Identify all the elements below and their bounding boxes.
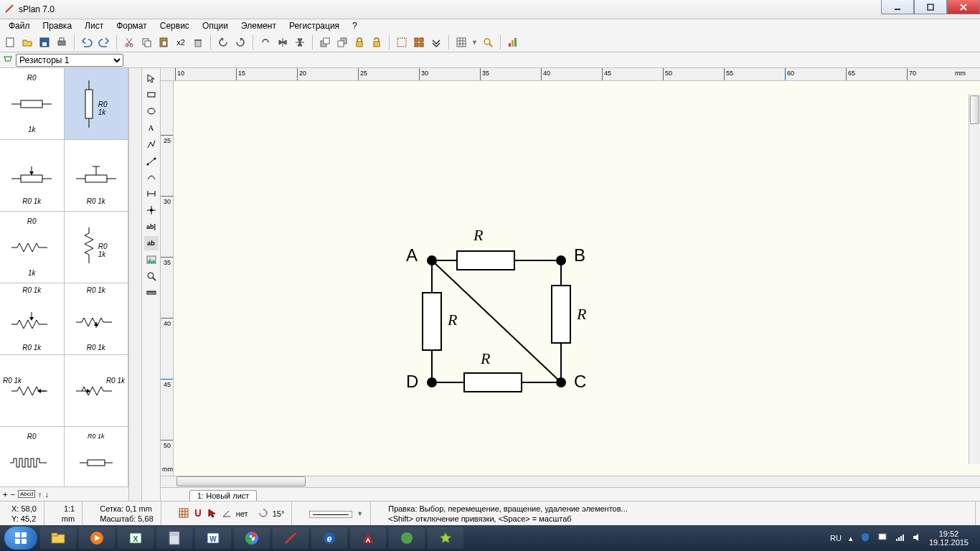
menu-edit[interactable]: Правка xyxy=(37,19,78,32)
label-tool[interactable]: ab| xyxy=(144,220,159,234)
menu-format[interactable]: Формат xyxy=(110,19,153,32)
horizontal-scrollbar[interactable] xyxy=(161,476,980,487)
maximize-button[interactable] xyxy=(914,0,947,14)
svg-rect-42 xyxy=(21,100,42,108)
lib-resistor-horizontal[interactable]: R0 1k xyxy=(0,68,65,140)
circle-tool[interactable] xyxy=(144,104,159,118)
task-splan[interactable] xyxy=(273,527,308,549)
rotate-left-icon[interactable] xyxy=(216,35,230,50)
lib-resistor-array[interactable]: R0 xyxy=(0,427,65,486)
page-tab-1[interactable]: 1: Новый лист xyxy=(189,490,257,501)
task-explorer[interactable] xyxy=(40,527,76,549)
lib-pot-1[interactable]: R0 1k xyxy=(0,140,65,212)
text-tool[interactable]: A xyxy=(144,121,159,135)
lock-icon[interactable] xyxy=(352,35,367,50)
cut-icon[interactable] xyxy=(122,35,136,50)
undo-icon[interactable] xyxy=(80,35,94,50)
paste-icon[interactable] xyxy=(156,35,171,50)
line-tool[interactable] xyxy=(144,154,159,168)
task-calc[interactable] xyxy=(156,527,192,549)
library-dropdown[interactable]: Резисторы 1 xyxy=(16,54,123,67)
chart-icon[interactable] xyxy=(506,35,520,50)
print-icon[interactable] xyxy=(55,35,69,50)
group-icon[interactable] xyxy=(412,35,426,50)
lib-resistor-zigzag-1[interactable]: R0 1k xyxy=(0,212,65,283)
pointer-tool[interactable] xyxy=(144,71,159,85)
lib-resistor-vertical[interactable]: R01k xyxy=(65,68,129,140)
tray-network-icon[interactable] xyxy=(895,532,905,544)
curve-tool[interactable] xyxy=(144,170,159,184)
lib-var-resistor-2[interactable]: R0 1k xyxy=(65,355,129,427)
task-autocad[interactable]: A xyxy=(350,527,386,549)
task-ie[interactable]: e xyxy=(311,527,347,549)
image-tool[interactable] xyxy=(144,253,159,267)
minimize-button[interactable] xyxy=(881,0,914,14)
remove-icon[interactable]: − xyxy=(10,490,14,499)
rotate-90-icon[interactable] xyxy=(258,35,273,50)
menu-element[interactable]: Элемент xyxy=(235,19,282,32)
menu-help[interactable]: ? xyxy=(347,19,363,32)
snap-icon[interactable] xyxy=(193,508,203,520)
task-chrome[interactable] xyxy=(234,527,270,549)
redo-icon[interactable] xyxy=(97,35,111,50)
menu-file[interactable]: Файл xyxy=(3,19,36,32)
grid-icon[interactable] xyxy=(454,35,468,50)
grid-toggle-icon[interactable] xyxy=(179,508,189,520)
menu-options[interactable]: Опции xyxy=(197,19,234,32)
add-icon[interactable]: + xyxy=(3,490,7,499)
zoom-icon[interactable] xyxy=(481,35,495,50)
menu-sheet[interactable]: Лист xyxy=(79,19,109,32)
task-mediaplayer[interactable] xyxy=(79,527,115,549)
tray-shield-icon[interactable] xyxy=(860,532,870,544)
menu-registration[interactable]: Регистрация xyxy=(283,19,345,32)
tray-lang[interactable]: RU xyxy=(830,534,842,542)
lib-resistor-zigzag-2[interactable]: R01k xyxy=(65,212,129,283)
mirror-h-icon[interactable] xyxy=(275,35,290,50)
polyline-tool[interactable] xyxy=(144,137,159,151)
front-icon[interactable] xyxy=(318,35,332,50)
lib-pot-zigzag-2[interactable]: R0 1k R0 1k xyxy=(65,283,129,355)
menu-service[interactable]: Сервис xyxy=(154,19,195,32)
down-icon[interactable]: ↓ xyxy=(45,490,50,499)
unlock-icon[interactable] xyxy=(369,35,384,50)
angle-icon[interactable] xyxy=(222,508,232,520)
dimension-tool[interactable] xyxy=(144,187,159,201)
lib-pot-2[interactable]: R0 1k xyxy=(65,140,129,212)
start-button[interactable] xyxy=(4,527,37,550)
delete-icon[interactable] xyxy=(191,35,205,50)
vertical-scrollbar[interactable] xyxy=(969,94,980,464)
tray-flag-icon[interactable] xyxy=(877,532,887,544)
label2-tool[interactable]: ab xyxy=(144,236,159,250)
drawing-canvas[interactable]: A B C D R R R R xyxy=(174,81,980,476)
rotate-right-icon[interactable] xyxy=(233,35,248,50)
status-linestyle[interactable]: ▼ xyxy=(302,501,371,527)
lib-pot-zigzag-1[interactable]: R0 1k R0 1k xyxy=(0,283,65,355)
new-icon[interactable] xyxy=(3,35,17,50)
open-icon[interactable] xyxy=(20,35,34,50)
task-excel[interactable]: X xyxy=(118,527,154,549)
up-icon[interactable]: ↑ xyxy=(38,490,42,499)
select-all-icon[interactable] xyxy=(395,35,409,50)
tray-volume-icon[interactable] xyxy=(912,532,922,544)
lib-var-resistor-1[interactable]: R0 1k xyxy=(0,355,65,427)
copy-icon[interactable] xyxy=(139,35,154,50)
save-icon[interactable] xyxy=(37,35,52,50)
zoom-tool[interactable] xyxy=(144,269,159,283)
back-icon[interactable] xyxy=(335,35,349,50)
ruler-tool[interactable] xyxy=(144,286,159,300)
task-app1[interactable] xyxy=(389,527,425,549)
node-tool[interactable] xyxy=(144,203,159,217)
cursor-icon[interactable] xyxy=(207,508,217,520)
close-button[interactable] xyxy=(947,0,980,14)
mirror-v-icon[interactable] xyxy=(293,35,307,50)
props-icon[interactable]: Abcd xyxy=(18,490,35,498)
lib-resistor-small[interactable]: R0 1k xyxy=(65,427,129,486)
tray-clock[interactable]: 19:52 19.12.2015 xyxy=(929,529,969,547)
duplicate-icon[interactable]: x2 xyxy=(174,35,188,50)
rotation-icon[interactable] xyxy=(258,508,268,520)
task-app2[interactable] xyxy=(428,527,463,549)
task-word[interactable]: W xyxy=(195,527,231,549)
find-icon[interactable] xyxy=(429,35,443,50)
tray-up-icon[interactable]: ▴ xyxy=(849,534,853,543)
rect-tool[interactable] xyxy=(144,88,159,102)
